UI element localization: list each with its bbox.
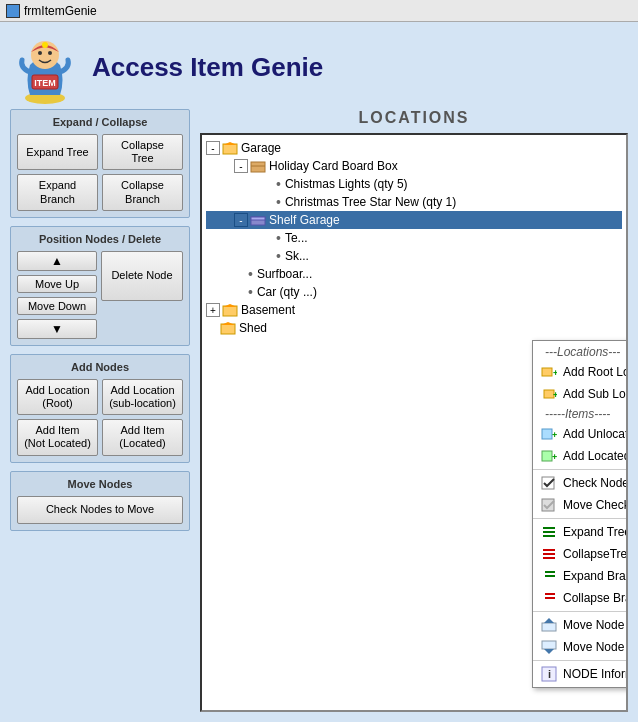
tree-node-shed[interactable]: Shed (206, 319, 622, 337)
svg-text:ITEM: ITEM (34, 78, 56, 88)
right-panel: LOCATIONS - Garage - Holid (200, 109, 628, 712)
position-delete-row: ▲ Move Up Move Down ▼ Delete Node (17, 251, 183, 339)
tree-node-shelf-garage[interactable]: - Shelf Garage (206, 211, 622, 229)
ctx-expand-tree[interactable]: Expand Tree (533, 521, 628, 543)
expand-tree-button[interactable]: Expand Tree (17, 134, 98, 170)
node-label-te: Te... (285, 231, 308, 245)
location-icon-basement (222, 302, 238, 318)
ctx-separator-4 (533, 660, 628, 661)
ctx-move-checked-nodes[interactable]: Move Checked Nodes (533, 494, 628, 516)
expand-branch-button[interactable]: Expand Branch (17, 174, 98, 210)
shelf-icon (250, 212, 266, 228)
ctx-move-node-down[interactable]: Move Node Down (533, 636, 628, 658)
ctx-collapse-branch[interactable]: Collapse Branch (533, 587, 628, 609)
collapse-tree-icon (541, 546, 557, 562)
expand-collapse-title: Expand / Collapse (17, 116, 183, 128)
move-node-down-icon (541, 639, 557, 655)
svg-text:+: + (553, 390, 557, 400)
ctx-collapse-tree[interactable]: CollapseTree (533, 543, 628, 565)
ctx-locations-header: ---Locations--- (533, 343, 628, 361)
bullet-icon-xmas-star: • (276, 194, 281, 210)
tree-node-xmas-lights[interactable]: • Chistmas Lights (qty 5) (206, 175, 622, 193)
expand-basement[interactable]: + (206, 303, 220, 317)
add-nodes-buttons: Add Location (Root) Add Location (sub-lo… (17, 379, 183, 456)
collapse-branch-button[interactable]: Collapse Branch (102, 174, 183, 210)
move-down-button[interactable]: Move Down (17, 297, 97, 315)
move-checked-nodes-icon (541, 497, 557, 513)
svg-rect-23 (542, 451, 552, 461)
tree-node-basement[interactable]: + Basement (206, 301, 622, 319)
locations-title: LOCATIONS (200, 109, 628, 127)
svg-rect-26 (542, 499, 554, 511)
move-nodes-title: Move Nodes (17, 478, 183, 490)
svg-rect-17 (542, 368, 552, 376)
move-down-arrow[interactable]: ▼ (17, 319, 97, 339)
ctx-node-information[interactable]: i NODE Information (533, 663, 628, 685)
bullet-icon-car: • (248, 284, 253, 300)
svg-rect-25 (542, 477, 554, 489)
position-delete-section: Position Nodes / Delete ▲ Move Up Move D… (10, 226, 190, 346)
ctx-expand-branch[interactable]: Expand Branch (533, 565, 628, 587)
main-window: ITEM Access Item Genie Expand / Collapse… (0, 22, 638, 722)
node-label-basement: Basement (241, 303, 295, 317)
svg-text:i: i (548, 668, 551, 680)
ctx-move-node-up[interactable]: Move Node Up (533, 614, 628, 636)
ctx-add-located-item[interactable]: + Add Located Item (533, 445, 628, 467)
svg-rect-9 (251, 162, 265, 172)
position-delete-title: Position Nodes / Delete (17, 233, 183, 245)
tree-node-xmas-star[interactable]: • Christmas Tree Star New (qty 1) (206, 193, 622, 211)
tree-node-holiday-box[interactable]: - Holiday Card Board Box (206, 157, 622, 175)
svg-point-4 (42, 42, 48, 48)
expand-garage[interactable]: - (206, 141, 220, 155)
tree-node-sk[interactable]: • Sk... (206, 247, 622, 265)
expand-branch-icon (541, 568, 557, 584)
collapse-branch-icon (541, 590, 557, 606)
ctx-check-nodes-to-move[interactable]: Check Nodes to Move (533, 472, 628, 494)
ctx-add-root-location[interactable]: + Add Root Location (533, 361, 628, 383)
move-buttons: ▲ Move Up Move Down ▼ (17, 251, 97, 339)
tree-node-surfboard[interactable]: • Surfboar... (206, 265, 622, 283)
node-label-surfboard: Surfboar... (257, 267, 312, 281)
svg-rect-12 (251, 217, 265, 220)
move-up-arrow[interactable]: ▲ (17, 251, 97, 271)
svg-marker-38 (544, 618, 554, 623)
svg-rect-13 (223, 306, 237, 316)
header: ITEM Access Item Genie (0, 22, 638, 109)
move-nodes-buttons: Check Nodes to Move (17, 496, 183, 524)
add-location-root-button[interactable]: Add Location (Root) (17, 379, 98, 415)
expand-collapse-buttons: Expand Tree Collapse Tree Expand Branch … (17, 134, 183, 211)
node-information-icon: i (541, 666, 557, 682)
add-item-located-button[interactable]: Add Item (Located) (102, 419, 183, 455)
content: Expand / Collapse Expand Tree Collapse T… (0, 109, 638, 722)
tree-node-garage[interactable]: - Garage (206, 139, 622, 157)
ctx-items-header: -----Items---- (533, 405, 628, 423)
ctx-add-sub-location[interactable]: + Add Sub Location (533, 383, 628, 405)
ctx-add-unlocated-item[interactable]: + Add Unlocated Item (533, 423, 628, 445)
add-root-location-icon: + (541, 364, 557, 380)
svg-point-3 (48, 51, 52, 55)
location-icon-shed (220, 320, 236, 336)
node-label-shed: Shed (239, 321, 267, 335)
delete-node-button[interactable]: Delete Node (101, 251, 183, 301)
svg-rect-7 (223, 144, 237, 154)
move-up-button[interactable]: Move Up (17, 275, 97, 293)
tree-container[interactable]: - Garage - Holiday Card Board Box (200, 133, 628, 712)
add-location-sub-button[interactable]: Add Location (sub-location) (102, 379, 183, 415)
add-located-item-icon: + (541, 448, 557, 464)
svg-rect-21 (542, 429, 552, 439)
expand-holiday-box[interactable]: - (234, 159, 248, 173)
svg-rect-15 (221, 324, 235, 334)
check-nodes-to-move-button[interactable]: Check Nodes to Move (17, 496, 183, 524)
title-bar-text: frmItemGenie (24, 4, 97, 18)
tree-node-car[interactable]: • Car (qty ...) (206, 283, 622, 301)
tree-node-te[interactable]: • Te... (206, 229, 622, 247)
add-item-not-located-button[interactable]: Add Item (Not Located) (17, 419, 98, 455)
header-logo: ITEM (10, 30, 80, 105)
node-label-sk: Sk... (285, 249, 309, 263)
svg-rect-39 (542, 641, 556, 649)
title-bar-icon (6, 4, 20, 18)
collapse-tree-button[interactable]: Collapse Tree (102, 134, 183, 170)
expand-shelf-garage[interactable]: - (234, 213, 248, 227)
move-node-up-icon (541, 617, 557, 633)
add-unlocated-item-icon: + (541, 426, 557, 442)
